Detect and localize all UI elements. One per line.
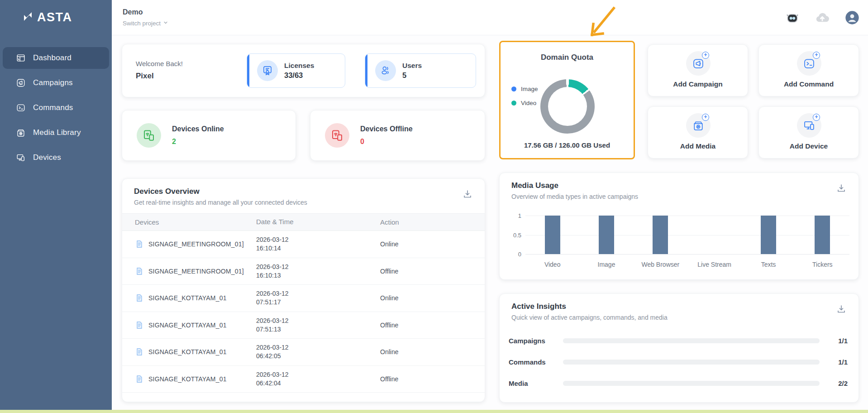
app-name: ASTA [37,10,72,24]
users-value: 5 [402,71,422,80]
table-row[interactable]: SIGNAGE_MEETINGROOM_01]2026-03-1216:10:1… [122,231,485,258]
sidebar-item-dashboard[interactable]: Dashboard [3,47,109,69]
insight-label: Campaigns [509,337,563,345]
table-row[interactable]: SIGNAGE_KOTTAYAM_012026-03-1206:42:04Off… [122,366,485,393]
device-datetime: 2026-03-1207:51:17 [256,289,380,307]
x-tick-label: Tickers [796,261,849,268]
add-command-card[interactable]: + Add Command [758,44,859,96]
table-row[interactable]: SIGNAGE_KOTTAYAM_012026-03-1207:51:13Off… [122,312,485,339]
devices-online-value: 2 [172,138,176,146]
cloud-upload-icon[interactable] [815,10,830,25]
category-labels: VideoImageWeb BrowserLive StreamTextsTic… [525,261,849,268]
bar-video [545,216,560,254]
devices-offline-card[interactable]: Devices Offline 0 [310,110,485,161]
device-action: Online [380,294,485,302]
device-name: SIGNAGE_MEETINGROOM_01] [148,240,244,248]
add-campaign-icon: + [686,51,711,76]
add-device-label: Add Device [759,142,858,150]
licenses-stat[interactable]: Licenses 33/63 [247,53,345,88]
device-datetime: 2026-03-1206:42:05 [256,343,380,360]
download-icon[interactable] [462,189,474,201]
licenses-label: Licenses [284,62,314,70]
header-icons [785,10,860,25]
legend-item-image: Image [511,86,538,92]
add-campaign-card[interactable]: + Add Campaign [648,44,748,96]
devices-overview-title: Devices Overview [134,187,200,196]
table-row[interactable]: SIGNAGE_MEETINGROOM_01]2026-03-1216:10:1… [122,258,485,285]
media-usage-card: Media Usage Overview of media types in a… [499,173,859,280]
bar-image [599,216,614,254]
device-action: Offline [380,375,485,383]
bar-web-browser [653,216,668,254]
x-tick-label: Web Browser [634,261,687,268]
bottom-highlight-strip [0,410,868,413]
plus-badge: + [813,114,820,121]
chatbot-icon[interactable] [785,10,800,25]
devices-online-card[interactable]: Devices Online 2 [122,110,296,161]
col-devices: Devices [122,218,256,226]
progress-bar [563,381,820,386]
gridline [525,254,849,255]
table-row[interactable]: SIGNAGE_KOTTAYAM_012026-03-1206:42:05Onl… [122,339,485,366]
media-usage-bar-chart: 10.50VideoImageWeb BrowserLive StreamTex… [500,173,858,279]
table-body: SIGNAGE_MEETINGROOM_01]2026-03-1216:10:1… [122,231,485,393]
top-header: Demo Switch project [112,0,868,35]
dashboard-page: ASTA DashboardCampaignsCommandsMedia Lib… [0,0,868,413]
commands-icon [15,102,26,113]
add-media-icon: + [686,113,711,138]
add-device-card[interactable]: + Add Device [758,106,859,158]
device-name: SIGNAGE_KOTTAYAM_01 [148,322,227,329]
document-icon [135,347,144,356]
legend-item-video: Video [511,100,538,106]
sidebar-item-devices[interactable]: Devices [3,147,109,168]
sidebar-nav: DashboardCampaignsCommandsMedia LibraryD… [0,47,112,168]
sidebar-item-commands[interactable]: Commands [3,97,109,119]
licenses-value: 33/63 [284,71,314,80]
users-stat[interactable]: Users 5 [365,53,476,88]
add-command-icon: + [797,51,821,76]
progress-bar [563,360,820,365]
insight-label: Commands [509,358,563,366]
table-row[interactable]: SIGNAGE_KOTTAYAM_012026-03-1207:51:17Onl… [122,285,485,312]
sidebar-item-label: Campaigns [33,78,73,87]
users-label: Users [402,62,422,70]
insight-row-commands: Commands1/1 [509,355,848,369]
y-tick-label: 0 [504,251,521,258]
bar-slot [579,216,633,254]
x-tick-label: Texts [741,261,795,268]
user-avatar[interactable] [844,10,860,25]
media-library-icon [15,127,26,138]
bar-slot [796,216,849,254]
domain-quota-card[interactable]: Domain Quota ImageVideo 17.56 GB / 126.0… [499,41,635,159]
bar-slot [687,216,741,254]
table-header: Devices Date & Time Action [122,214,485,231]
device-datetime: 2026-03-1216:10:13 [256,263,380,280]
bar-texts [761,216,776,254]
chevron-down-icon [163,20,168,27]
bar-slot [741,216,795,254]
devices-overview-card: Devices Overview Get real-time insights … [122,178,485,402]
main-content: Welcome Back! Pixel Licenses 33/63 Users… [112,35,868,410]
bar-slot [634,216,687,254]
logo-arrow-icon [21,10,33,24]
col-datetime: Date & Time [256,217,380,226]
sidebar-item-media-library[interactable]: Media Library [3,122,109,144]
sidebar-item-label: Devices [33,153,61,162]
x-tick-label: Live Stream [687,261,741,268]
insight-value: 1/1 [820,358,848,366]
sidebar-item-label: Commands [33,103,73,112]
device-action: Offline [380,268,485,275]
plus-badge: + [813,52,820,59]
add-media-card[interactable]: + Add Media [648,106,748,158]
devices-online-label: Devices Online [172,125,224,133]
sidebar-item-campaigns[interactable]: Campaigns [3,72,109,94]
add-command-label: Add Command [759,80,858,88]
download-icon[interactable] [836,304,848,316]
insight-label: Media [509,379,563,387]
welcome-card: Welcome Back! Pixel Licenses 33/63 Users… [122,44,485,97]
app-logo[interactable]: ASTA [0,0,112,24]
device-datetime: 2026-03-1206:42:04 [256,370,380,388]
switch-project-dropdown[interactable]: Switch project [123,20,168,27]
active-insights-card: Active Insights Quick view of active cam… [499,293,859,403]
insight-value: 2/2 [820,379,848,387]
